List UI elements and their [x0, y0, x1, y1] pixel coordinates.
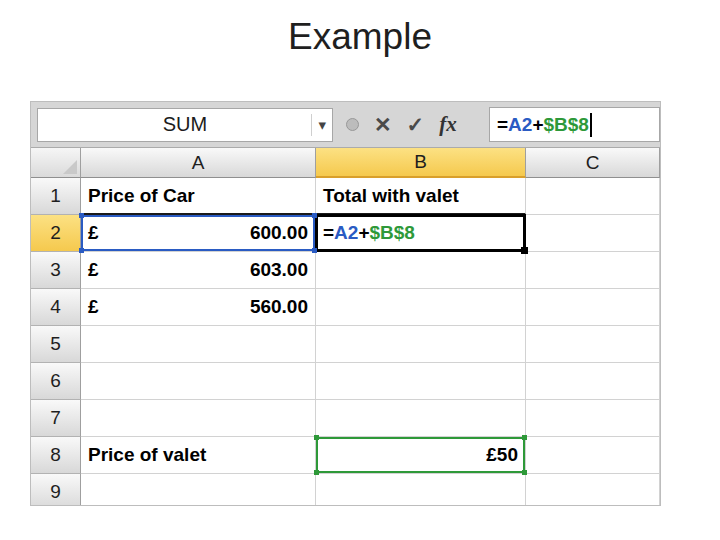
row-header-1[interactable]: 1	[31, 178, 81, 215]
cell-b6[interactable]	[316, 363, 526, 400]
cell-a5[interactable]	[81, 326, 316, 363]
name-box[interactable]: SUM ▾	[37, 108, 333, 142]
column-header-row: A B C	[31, 148, 660, 178]
formula-token: +	[358, 222, 369, 244]
formula-bar-buttons: ✕ ✓ fx	[346, 114, 457, 135]
cell-b4[interactable]	[316, 289, 526, 326]
cancel-icon[interactable]: ✕	[374, 114, 392, 135]
spreadsheet: SUM ▾ ✕ ✓ fx = A2 + $B$8 A B	[30, 101, 661, 506]
cell-text: Total with valet	[323, 185, 459, 207]
sheet-row: 1 Price of Car Total with valet	[31, 178, 660, 215]
cell-b7[interactable]	[316, 400, 526, 437]
currency-symbol: £	[88, 296, 99, 318]
row-header-5[interactable]: 5	[31, 326, 81, 363]
cell-b2-active[interactable]: = A2 + $B$8	[316, 215, 526, 252]
cell-b5[interactable]	[316, 326, 526, 363]
row-header-2[interactable]: 2	[31, 215, 81, 252]
sheet-row: 5	[31, 326, 660, 363]
column-header-c[interactable]: C	[526, 148, 660, 178]
page-title: Example	[0, 16, 720, 58]
separator-dot-icon	[346, 118, 359, 131]
sheet-row: 6	[31, 363, 660, 400]
formula-token: $B$8	[370, 222, 415, 244]
cell-a3[interactable]: £ 603.00	[81, 252, 316, 289]
cell-a4[interactable]: £ 560.00	[81, 289, 316, 326]
cell-value: 603.00	[250, 259, 308, 281]
formula-token: +	[532, 114, 543, 136]
column-header-a[interactable]: A	[81, 148, 316, 178]
cell-a7[interactable]	[81, 400, 316, 437]
sheet-row: 9	[31, 474, 660, 506]
cell-c2[interactable]	[526, 215, 660, 252]
row-header-3[interactable]: 3	[31, 252, 81, 289]
formula-input[interactable]: = A2 + $B$8	[489, 107, 660, 142]
select-all-triangle-icon	[63, 160, 77, 174]
cell-value: 600.00	[250, 222, 308, 244]
cell-a1[interactable]: Price of Car	[81, 178, 316, 215]
cell-c9[interactable]	[526, 474, 660, 506]
cell-c3[interactable]	[526, 252, 660, 289]
formula-token: =	[323, 222, 334, 244]
row-header-9[interactable]: 9	[31, 474, 81, 506]
cell-c7[interactable]	[526, 400, 660, 437]
cell-c1[interactable]	[526, 178, 660, 215]
formula-token: $B$8	[544, 114, 589, 136]
select-all-corner[interactable]	[31, 148, 81, 178]
formula-token: =	[497, 114, 508, 136]
chevron-down-icon[interactable]: ▾	[311, 114, 326, 136]
currency-symbol: £	[88, 259, 99, 281]
cell-text: Price of Car	[88, 185, 195, 207]
row-header-8[interactable]: 8	[31, 437, 81, 474]
text-cursor	[590, 113, 592, 137]
name-box-value: SUM	[163, 113, 207, 136]
insert-function-icon[interactable]: fx	[439, 114, 457, 135]
cell-text: Price of valet	[88, 444, 206, 466]
currency-symbol: £	[88, 222, 99, 244]
formula-token: A2	[508, 114, 532, 136]
sheet-row: 3 £ 603.00	[31, 252, 660, 289]
cell-b1[interactable]: Total with valet	[316, 178, 526, 215]
enter-icon[interactable]: ✓	[407, 114, 425, 135]
sheet-row: 2 £ 600.00 = A2 + $B$8	[31, 215, 660, 252]
cell-a6[interactable]	[81, 363, 316, 400]
column-header-b[interactable]: B	[316, 148, 526, 178]
cell-c6[interactable]	[526, 363, 660, 400]
cell-b3[interactable]	[316, 252, 526, 289]
cell-c4[interactable]	[526, 289, 660, 326]
cell-value: £50	[486, 444, 518, 466]
cell-b9[interactable]	[316, 474, 526, 506]
cell-c5[interactable]	[526, 326, 660, 363]
cell-value: 560.00	[250, 296, 308, 318]
row-header-4[interactable]: 4	[31, 289, 81, 326]
row-header-7[interactable]: 7	[31, 400, 81, 437]
slide: Example SUM ▾ ✕ ✓ fx = A2 + $B$8	[0, 0, 720, 540]
cell-c8[interactable]	[526, 437, 660, 474]
row-header-6[interactable]: 6	[31, 363, 81, 400]
cell-a2[interactable]: £ 600.00	[81, 215, 316, 252]
sheet-row: 7	[31, 400, 660, 437]
cell-b8[interactable]: £50	[316, 437, 526, 474]
formula-bar: SUM ▾ ✕ ✓ fx = A2 + $B$8	[31, 102, 660, 148]
formula-token: A2	[334, 222, 358, 244]
sheet-row: 8 Price of valet £50	[31, 437, 660, 474]
cell-a9[interactable]	[81, 474, 316, 506]
cell-a8[interactable]: Price of valet	[81, 437, 316, 474]
sheet-row: 4 £ 560.00	[31, 289, 660, 326]
